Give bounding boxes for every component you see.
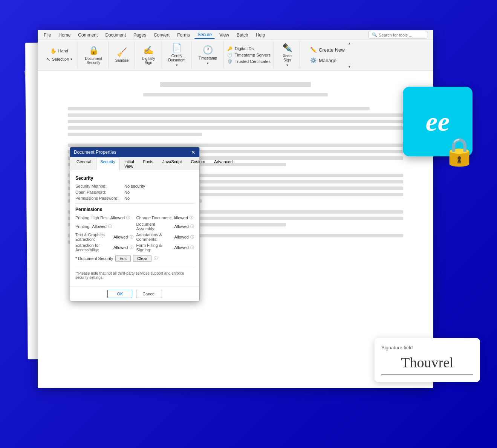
menu-secure[interactable]: Secure bbox=[194, 31, 215, 39]
create-new-button[interactable]: ✏️ Create New bbox=[304, 44, 351, 55]
change-document-info-icon[interactable]: ⓘ bbox=[190, 215, 193, 220]
menu-comment[interactable]: Comment bbox=[75, 32, 101, 38]
manage-button[interactable]: ⚙️ Manage bbox=[304, 55, 351, 66]
document-security-label: DocumentSecurity bbox=[85, 57, 102, 65]
extraction-accessibility-info-icon[interactable]: ⓘ bbox=[130, 245, 133, 250]
permissions-grid: Printing High Res: Allowed ⓘ Change Docu… bbox=[75, 215, 194, 252]
timestamp-servers-label: Timestamp Servers bbox=[235, 53, 271, 57]
tab-javascript[interactable]: JavaScript bbox=[158, 157, 186, 170]
digital-ids-item[interactable]: 🔑 Digital IDs bbox=[227, 46, 271, 51]
trusted-certificates-label: Trusted Certificates bbox=[235, 59, 271, 64]
create-new-label: Create New bbox=[319, 47, 345, 53]
document-assembly-item: Document Assembly: Allowed ⓘ bbox=[136, 222, 194, 231]
create-new-icon: ✏️ bbox=[310, 47, 317, 53]
doc-security-label: * Document Security bbox=[75, 256, 113, 261]
printing-info-icon[interactable]: ⓘ bbox=[108, 224, 112, 229]
sanitize-group: 🧹 Sanitize bbox=[109, 41, 135, 69]
edit-security-button[interactable]: Edit bbox=[115, 255, 131, 262]
certify-icon: 📄 bbox=[172, 43, 182, 53]
security-method-value: No security bbox=[124, 184, 145, 188]
timestamp-group: 🕐 Timestamp ▾ bbox=[193, 41, 223, 69]
open-password-row: Open Password: No bbox=[75, 190, 194, 194]
printing-item: Printing: Allowed ⓘ bbox=[75, 222, 133, 231]
doc-subtitle-line bbox=[143, 93, 328, 96]
menu-pages[interactable]: Pages bbox=[130, 32, 149, 38]
dialog-close-button[interactable]: ✕ bbox=[191, 150, 196, 155]
create-manage-group: ✏️ Create New ⚙️ Manage ▲ ▼ bbox=[301, 41, 354, 69]
ribbon: File Home Comment Document Pages Convert… bbox=[38, 30, 433, 70]
printing-high-res-item: Printing High Res: Allowed ⓘ bbox=[75, 215, 133, 220]
document-security-group: 🔒 DocumentSecurity bbox=[79, 41, 109, 69]
digitally-sign-label: DigitallySign bbox=[142, 57, 155, 65]
menu-forms[interactable]: Forms bbox=[174, 32, 193, 38]
menu-view[interactable]: View bbox=[216, 32, 232, 38]
tab-advanced[interactable]: Advanced bbox=[210, 157, 237, 170]
tab-general[interactable]: General bbox=[72, 157, 95, 170]
extraction-accessibility-item: Extraction for Accessibility: Allowed ⓘ bbox=[75, 243, 133, 252]
document-security-icon: 🔒 bbox=[89, 46, 99, 55]
menu-batch[interactable]: Batch bbox=[234, 32, 251, 38]
document-security-button[interactable]: 🔒 DocumentSecurity bbox=[82, 44, 105, 66]
security-method-label: Security Method: bbox=[75, 184, 124, 188]
xodo-sign-button[interactable]: ✒️ XodoSign ▾ bbox=[278, 41, 297, 69]
timestamp-icon: 🕐 bbox=[203, 45, 213, 55]
lock-icon: 🔒 bbox=[442, 136, 476, 168]
digitally-sign-button[interactable]: ✍️ DigitallySign bbox=[139, 44, 158, 66]
search-box[interactable]: 🔍 bbox=[369, 31, 427, 39]
sanitize-label: Sanitize bbox=[115, 58, 129, 63]
scroll-down-arrow[interactable]: ▼ bbox=[348, 65, 354, 69]
permissions-section-title: Permissions bbox=[75, 207, 194, 212]
tab-fonts[interactable]: Fonts bbox=[139, 157, 158, 170]
digital-ids-group: 🔑 Digital IDs 🕐 Timestamp Servers 🛡️ Tru… bbox=[224, 41, 274, 69]
hand-tool-button[interactable]: ✋ Hand bbox=[48, 47, 70, 55]
hand-icon: ✋ bbox=[50, 48, 57, 54]
xodo-logo: ee 🔒 bbox=[403, 87, 473, 156]
xodo-sign-label: XodoSign bbox=[283, 54, 291, 62]
certify-document-button[interactable]: 📄 CertifyDocument ▾ bbox=[165, 41, 188, 69]
menu-document[interactable]: Document bbox=[102, 32, 129, 38]
signature-field-card: Signature field Thouvrel bbox=[375, 338, 480, 382]
scroll-up-arrow[interactable]: ▲ bbox=[348, 41, 354, 45]
toolbar: ✋ Hand ↖ Selection ▾ 🔒 DocumentSecurity bbox=[38, 40, 433, 70]
timestamp-servers-item[interactable]: 🕐 Timestamp Servers bbox=[227, 53, 271, 58]
chevron-down-icon: ▾ bbox=[70, 57, 72, 61]
clear-security-button[interactable]: Clear bbox=[133, 255, 151, 262]
annotations-info-icon[interactable]: ⓘ bbox=[190, 234, 194, 240]
dialog-titlebar: Document Properties ✕ bbox=[70, 147, 199, 157]
ribbon-scroll: ▲ ▼ bbox=[348, 41, 354, 69]
cancel-button[interactable]: Cancel bbox=[136, 290, 162, 298]
dialog-body: Security Security Method: No security Op… bbox=[70, 170, 199, 286]
tab-custom[interactable]: Custom bbox=[187, 157, 209, 170]
doc-security-info-icon[interactable]: ⓘ bbox=[154, 256, 158, 261]
document-assembly-info-icon[interactable]: ⓘ bbox=[190, 224, 194, 229]
doc-line-1 bbox=[68, 107, 370, 110]
open-password-label: Open Password: bbox=[75, 190, 124, 194]
dialog-footnote: **Please note that not all third-party s… bbox=[75, 268, 194, 280]
selection-tool-button[interactable]: ↖ Selection ▾ bbox=[44, 55, 75, 63]
tab-initial-view[interactable]: Initial View bbox=[120, 157, 138, 170]
menu-convert[interactable]: Convert bbox=[151, 32, 173, 38]
open-password-value: No bbox=[124, 190, 130, 194]
timestamp-button[interactable]: 🕐 Timestamp ▾ bbox=[196, 44, 220, 67]
xodo-logo-text: ee bbox=[426, 108, 450, 135]
menu-home[interactable]: Home bbox=[55, 32, 73, 38]
certify-document-label: CertifyDocument bbox=[168, 54, 185, 62]
printing-high-res-info-icon[interactable]: ⓘ bbox=[126, 215, 130, 220]
security-method-row: Security Method: No security bbox=[75, 184, 194, 188]
search-icon: 🔍 bbox=[372, 32, 377, 37]
form-filling-info-icon[interactable]: ⓘ bbox=[190, 245, 194, 250]
doc-line-6 bbox=[68, 144, 403, 147]
menu-file[interactable]: File bbox=[41, 32, 54, 38]
trusted-certificates-item[interactable]: 🛡️ Trusted Certificates bbox=[227, 59, 271, 64]
xodo-sign-icon: ✒️ bbox=[282, 43, 292, 53]
tab-security[interactable]: Security bbox=[96, 157, 119, 170]
selection-label: Selection bbox=[52, 57, 69, 61]
menu-help[interactable]: Help bbox=[253, 32, 268, 38]
text-graphics-info-icon[interactable]: ⓘ bbox=[130, 234, 133, 240]
sanitize-button[interactable]: 🧹 Sanitize bbox=[112, 46, 132, 64]
certify-document-group: 📄 CertifyDocument ▾ bbox=[162, 41, 192, 69]
doc-security-row: * Document Security Edit Clear ⓘ bbox=[75, 255, 194, 262]
search-input[interactable] bbox=[379, 33, 424, 37]
text-graphics-item: Text & Graphics Extraction: Allowed ⓘ bbox=[75, 232, 133, 242]
ok-button[interactable]: OK bbox=[107, 290, 132, 298]
